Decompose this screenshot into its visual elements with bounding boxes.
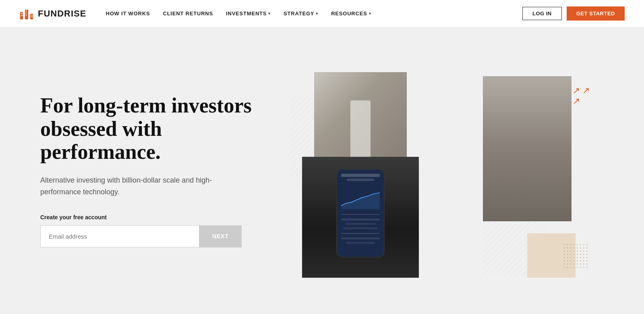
get-started-button[interactable]: GET STARTED	[567, 6, 625, 21]
svg-rect-4	[22, 15, 23, 16]
photo-man-sitting	[483, 76, 572, 221]
svg-rect-6	[26, 10, 27, 12]
login-button[interactable]: LOG IN	[522, 7, 562, 20]
nav-how-it-works[interactable]: HOW IT WORKS	[106, 10, 150, 17]
form-label: Create your free account	[40, 214, 266, 220]
nav-investments[interactable]: INVESTMENTS ▾	[226, 10, 271, 17]
hero-content: For long-term investors obsessed with pe…	[40, 94, 266, 247]
dot-grid-decoration	[563, 244, 588, 270]
arrows-row-2: ↗	[573, 97, 590, 106]
arrow-northeast-1: ↗	[573, 86, 580, 95]
nav-strategy[interactable]: STRATEGY ▾	[284, 10, 318, 17]
svg-rect-11	[31, 16, 32, 17]
hero-section: For long-term investors obsessed with pe…	[0, 27, 644, 314]
navigation: FUNDRISE HOW IT WORKS CLIENT RETURNS INV…	[0, 0, 644, 27]
photo-woman-walking	[314, 72, 407, 157]
fundrise-logo-icon	[19, 6, 34, 21]
next-button[interactable]: NEXT	[199, 225, 242, 247]
phone-screen	[336, 169, 385, 258]
logo-link[interactable]: FUNDRISE	[19, 6, 86, 21]
hero-subtext: Alternative investing with billion-dolla…	[40, 175, 234, 198]
logo-wordmark: FUNDRISE	[38, 8, 86, 19]
arrow-northeast-3: ↗	[573, 97, 580, 106]
arrow-northeast-2: ↗	[582, 86, 590, 95]
signup-form: NEXT	[40, 225, 242, 247]
arrows-decoration: ↗ ↗ ↗	[573, 86, 590, 106]
nav-resources[interactable]: RESOURCES ▾	[331, 10, 371, 17]
hero-heading: For long-term investors obsessed with pe…	[40, 94, 266, 163]
svg-rect-13	[32, 16, 33, 17]
svg-rect-2	[21, 15, 22, 16]
strategy-chevron-icon: ▾	[316, 11, 318, 16]
svg-rect-7	[26, 12, 27, 14]
nav-links: HOW IT WORKS CLIENT RETURNS INVESTMENTS …	[106, 10, 522, 17]
svg-rect-12	[32, 15, 33, 16]
phone-divider-2	[341, 233, 380, 234]
svg-rect-20	[563, 244, 588, 268]
svg-rect-3	[22, 13, 23, 14]
nav-client-returns[interactable]: CLIENT RETURNS	[163, 10, 213, 17]
phone-chart-graphic	[341, 187, 380, 212]
nav-actions: LOG IN GET STARTED	[522, 6, 625, 21]
svg-rect-1	[21, 13, 22, 14]
hero-collage: ↗ ↗ ↗	[290, 64, 612, 278]
email-input[interactable]	[40, 225, 199, 247]
phone-divider-1	[341, 214, 380, 215]
photo-phone-hand	[302, 157, 419, 278]
arrows-row-1: ↗ ↗	[573, 86, 590, 95]
svg-marker-18	[341, 192, 380, 209]
investments-chevron-icon: ▾	[268, 11, 271, 16]
resources-chevron-icon: ▾	[369, 11, 371, 16]
svg-rect-8	[26, 15, 27, 16]
svg-rect-10	[31, 15, 32, 16]
